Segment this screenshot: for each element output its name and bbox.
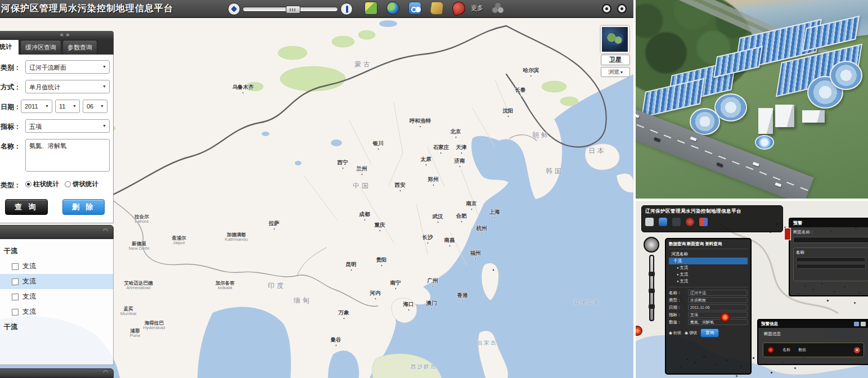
mini-tree-row[interactable]: 支流 [669,271,748,278]
app-title: 河保护区管理局水污染控制地理信息平台 [1,3,173,15]
measure-tool-icon[interactable] [365,2,377,15]
mini-form-value[interactable]: 2011-11-06 [688,304,748,310]
mini-info-chart-icon[interactable] [854,322,859,326]
city-dot-icon [458,165,461,168]
map-sea-label: 菲律宾海 [574,299,600,307]
zoom-in-button[interactable] [340,3,353,15]
query-tab-2[interactable]: 参数查询 [62,40,97,55]
mini-info-close-icon[interactable]: ✕ [854,347,860,353]
city-dot-icon [440,152,442,154]
mini-target-icon[interactable] [686,218,694,226]
collapse-left-button[interactable] [602,4,611,14]
mini-home-icon[interactable] [659,218,667,226]
draw-tool-icon[interactable] [429,2,444,15]
mini-panel-tabs[interactable]: 数据查询 断面查询 资料查询 [669,241,748,249]
bottom-panel-header[interactable] [0,368,114,378]
mini-tree-row[interactable]: 河流名称 [669,251,748,258]
mini-form-value[interactable]: 水质断面 [688,297,748,303]
mini-query-button[interactable]: 查询 [700,328,719,338]
map-city-label: 福州 [470,250,481,260]
map-city-label: 西安 [395,182,406,192]
query-button[interactable]: 查 询 [5,199,48,215]
zoom-slider-handle[interactable] [286,6,300,14]
map-country-label: 印度 [268,281,286,291]
more-tools-icon[interactable] [492,7,498,13]
mini-tree-row[interactable]: 干流 [669,258,748,264]
mini-tool-icon[interactable] [645,218,654,226]
layer-label: 支流 [23,307,36,317]
layer-item[interactable]: 支流 [0,304,113,320]
marker-tool-icon[interactable] [451,0,467,16]
mini-radio-pie[interactable]: 饼状 [685,330,697,336]
mini-info-minimize-icon[interactable] [861,322,866,326]
category-select[interactable]: 辽河干流断面 [25,60,110,74]
satellite-toggle[interactable]: 卫星 [601,55,630,65]
layer-panel-header[interactable] [0,225,114,239]
month-select[interactable]: 11 [55,100,80,113]
alert-map-marker[interactable] [720,312,730,322]
layer-item[interactable]: 支流 [0,289,113,304]
mode-select[interactable]: 单月值统计 [25,80,110,93]
mini-pan-wheel[interactable] [644,237,659,253]
mini-zoom-track[interactable] [649,255,654,321]
mini-flag-icon[interactable] [699,218,708,226]
mini-zoom-knob[interactable] [649,289,655,293]
mini-form-value[interactable]: 辽河干流 [688,290,748,296]
layer-item[interactable]: 支流 [0,274,113,289]
earth-view-icon[interactable] [386,2,399,15]
satellite-thumbnail-icon[interactable] [601,26,629,53]
more-menu-label[interactable]: 更多 [471,4,483,12]
query-tab-1[interactable]: 缓冲区查询 [20,40,61,55]
query-panel: 统计缓冲区查询参数查询 类别： 辽河干流断面 方式： 单月值统计 日期： 201… [0,31,114,223]
mini-form-row: 指标：五项 [669,311,748,318]
link-tool-icon[interactable] [408,2,421,15]
chart-type-radios: 柱状统计饼状统计 [25,178,110,188]
mini-zoom-control[interactable] [644,237,659,327]
zoom-slider-track[interactable] [242,7,338,12]
day-select[interactable]: 06 [83,100,107,113]
plant-building [802,110,825,123]
query-panel-collapse-bar[interactable] [0,31,114,40]
delete-button[interactable]: 删 除 [62,199,105,215]
map-city-label: 太原 [421,156,431,166]
mini-radio-bar[interactable]: 柱状 [669,330,681,336]
zoom-out-button[interactable] [228,3,240,15]
mini-zoom-knob[interactable] [649,272,655,276]
layer-checkbox[interactable] [12,263,19,269]
layer-group-label: 干流 [0,244,113,259]
browse-dropdown[interactable]: 浏览 [601,67,630,77]
year-select[interactable]: 2011 [21,100,52,113]
layer-item[interactable]: 支流 [0,259,113,274]
mini-alert-header[interactable]: 预警 [790,219,868,227]
collapse-right-button[interactable] [617,4,627,14]
map-city-label: 沈阳 [503,107,514,118]
map-city-label: 北京 [451,128,461,138]
mini-info-left-label: 名称 [782,348,790,352]
mini-form-value[interactable]: 五项 [688,312,748,318]
chart-type-radio-0[interactable]: 柱状统计 [25,180,59,188]
mini-form-value[interactable]: 氨氮、溶解氧 [688,319,748,325]
mini-tree-row[interactable]: 支流 [669,264,748,271]
city-dot-icon [426,242,429,244]
name-textarea[interactable] [25,139,110,172]
map-type-control[interactable]: 卫星 浏览 [601,26,630,77]
city-dot-icon [350,269,352,271]
mini-layers-icon[interactable] [672,218,681,226]
indicator-select[interactable]: 五项 [25,119,110,133]
mini-zoom-knob[interactable] [649,304,655,309]
chart-type-radio-1[interactable]: 饼状统计 [65,180,98,188]
mini-alert-input[interactable] [793,237,868,243]
layer-checkbox[interactable] [12,278,19,285]
layer-checkbox[interactable] [12,293,19,300]
layer-label: 干流 [4,322,17,332]
map-country-label: 蒙古 [354,60,372,69]
zoom-slider-control [228,2,353,16]
mini-tree-row[interactable]: 支流 [669,278,748,285]
layer-checkbox[interactable] [12,308,19,315]
map-city-label: 澳门 [426,300,437,310]
zoom-in-icon [346,6,348,13]
query-tab-0[interactable]: 统计 [0,39,19,55]
map-city-label: 新德里New Delhi [129,241,149,251]
map-city-label: 石家庄 [433,144,449,154]
toolbar-icons: 更多 [365,2,498,15]
